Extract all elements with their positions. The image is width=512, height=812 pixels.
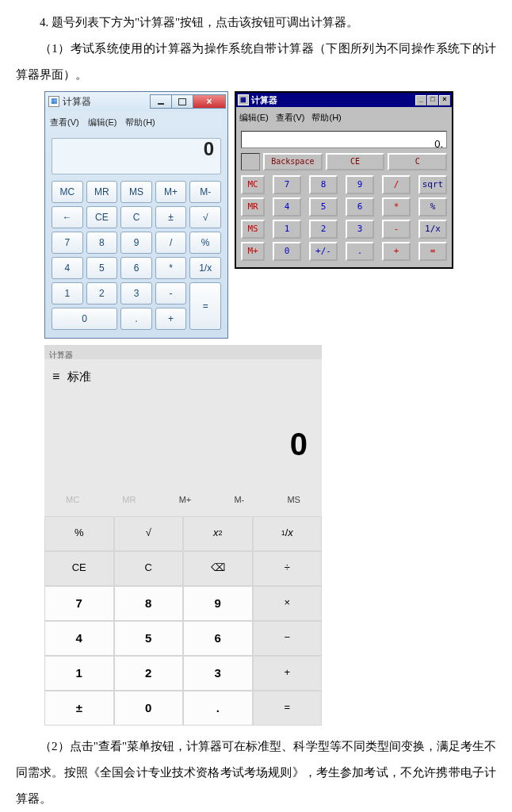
menu-help[interactable]: 帮助(H) xyxy=(125,117,155,127)
key-minus[interactable]: − xyxy=(253,621,323,656)
paragraph-4-2: （2）点击"查看"菜单按钮，计算器可在标准型、科学型等不同类型间变换，满足考生不… xyxy=(16,733,496,812)
key-negate[interactable]: ± xyxy=(44,691,114,726)
key-4[interactable]: 4 xyxy=(52,257,83,279)
key-2[interactable]: 2 xyxy=(309,220,338,239)
key-c[interactable]: C xyxy=(114,551,184,586)
key-7[interactable]: 7 xyxy=(52,232,83,254)
key-7[interactable]: 7 xyxy=(273,175,301,194)
key-dot[interactable]: . xyxy=(346,242,374,261)
key-3[interactable]: 3 xyxy=(183,656,253,691)
key-plus[interactable]: + xyxy=(382,242,411,261)
key-1[interactable]: 1 xyxy=(273,220,301,239)
key-pct[interactable]: % xyxy=(418,197,447,216)
key-dot[interactable]: . xyxy=(120,308,152,330)
key-plus[interactable]: + xyxy=(253,656,323,691)
key-4[interactable]: 4 xyxy=(44,621,114,656)
key-0[interactable]: 0 xyxy=(114,691,184,726)
key-8[interactable]: 8 xyxy=(309,175,338,194)
key-mr[interactable]: MR xyxy=(122,490,136,509)
key-equals[interactable]: = xyxy=(189,282,221,330)
key-mc[interactable]: MC xyxy=(241,175,265,194)
key-ms[interactable]: MS xyxy=(241,220,265,239)
key-c[interactable]: C xyxy=(120,206,152,228)
key-2[interactable]: 2 xyxy=(114,656,184,691)
key-pct[interactable]: % xyxy=(189,232,221,254)
key-5[interactable]: 5 xyxy=(309,197,338,216)
key-sqrt[interactable]: sqrt xyxy=(418,175,447,194)
key-mplus[interactable]: M+ xyxy=(241,242,265,261)
key-sqrt[interactable]: √ xyxy=(114,516,184,551)
key-0[interactable]: 0 xyxy=(273,242,301,261)
key-1[interactable]: 1 xyxy=(44,656,114,691)
key-div[interactable]: / xyxy=(155,232,187,254)
key-recip[interactable]: 1/x xyxy=(253,516,323,551)
calc1-display: 0 xyxy=(52,138,221,174)
key-3[interactable]: 3 xyxy=(346,220,374,239)
minimize-button[interactable]: _ xyxy=(415,95,426,105)
key-7[interactable]: 7 xyxy=(44,586,114,621)
key-9[interactable]: 9 xyxy=(183,586,253,621)
key-mminus[interactable]: M- xyxy=(234,490,244,509)
close-button[interactable]: × xyxy=(193,94,226,109)
key-equals[interactable]: = xyxy=(253,691,323,726)
key-6[interactable]: 6 xyxy=(120,257,152,279)
key-9[interactable]: 9 xyxy=(120,232,152,254)
key-negate[interactable]: ± xyxy=(155,206,187,228)
key-pct[interactable]: % xyxy=(44,516,114,551)
key-6[interactable]: 6 xyxy=(183,621,253,656)
key-5[interactable]: 5 xyxy=(86,257,118,279)
key-1[interactable]: 1 xyxy=(52,282,83,304)
key-ce[interactable]: CE xyxy=(86,206,118,228)
key-recip[interactable]: 1/x xyxy=(189,257,221,279)
menu-view[interactable]: 查看(V) xyxy=(50,117,79,127)
key-back[interactable]: ⌫ xyxy=(183,551,253,586)
key-negate[interactable]: +/- xyxy=(309,242,338,261)
key-3[interactable]: 3 xyxy=(120,282,152,304)
key-mplus[interactable]: M+ xyxy=(155,181,187,203)
key-mul[interactable]: * xyxy=(382,197,411,216)
key-back[interactable]: ← xyxy=(52,206,83,228)
menu-help[interactable]: 帮助(H) xyxy=(311,113,341,122)
hamburger-icon[interactable]: ≡ xyxy=(52,362,59,390)
key-mminus[interactable]: M- xyxy=(189,181,221,203)
maximize-button[interactable]: □ xyxy=(427,95,438,105)
key-sqrt[interactable]: √ xyxy=(189,206,221,228)
menu-edit[interactable]: 编辑(E) xyxy=(88,117,117,127)
key-mul[interactable]: × xyxy=(253,586,323,621)
key-8[interactable]: 8 xyxy=(86,232,118,254)
key-9[interactable]: 9 xyxy=(346,175,374,194)
key-dot[interactable]: . xyxy=(183,691,253,726)
key-minus[interactable]: - xyxy=(382,220,411,239)
minimize-button[interactable] xyxy=(150,94,172,109)
key-ms[interactable]: MS xyxy=(287,490,300,509)
key-div[interactable]: / xyxy=(382,175,411,194)
key-6[interactable]: 6 xyxy=(346,197,374,216)
key-4[interactable]: 4 xyxy=(273,197,301,216)
close-button[interactable]: × xyxy=(439,95,450,105)
key-recip[interactable]: 1/x xyxy=(418,220,447,239)
key-c[interactable]: C xyxy=(388,153,447,170)
key-equals[interactable]: = xyxy=(418,242,447,261)
key-ce[interactable]: CE xyxy=(44,551,114,586)
key-mc[interactable]: MC xyxy=(52,181,83,203)
key-5[interactable]: 5 xyxy=(114,621,184,656)
key-div[interactable]: ÷ xyxy=(253,551,323,586)
key-mplus[interactable]: M+ xyxy=(179,490,192,509)
key-2[interactable]: 2 xyxy=(86,282,118,304)
key-minus[interactable]: - xyxy=(155,282,187,304)
key-mc[interactable]: MC xyxy=(66,490,79,509)
key-plus[interactable]: + xyxy=(155,308,187,330)
key-backspace[interactable]: Backspace xyxy=(263,153,323,170)
key-8[interactable]: 8 xyxy=(114,586,184,621)
calc1-keypad: MC MR MS M+ M- ← CE C ± √ 7 8 9 / % 4 5 … xyxy=(45,178,227,338)
menu-edit[interactable]: 编辑(E) xyxy=(239,113,269,122)
key-ce[interactable]: CE xyxy=(326,153,385,170)
key-mr[interactable]: MR xyxy=(86,181,118,203)
key-mul[interactable]: * xyxy=(155,257,187,279)
key-ms[interactable]: MS xyxy=(120,181,152,203)
maximize-button[interactable] xyxy=(171,94,193,109)
key-mr[interactable]: MR xyxy=(241,197,265,216)
menu-view[interactable]: 查看(V) xyxy=(276,113,305,122)
key-0[interactable]: 0 xyxy=(52,308,117,330)
key-sqr[interactable]: x2 xyxy=(183,516,253,551)
